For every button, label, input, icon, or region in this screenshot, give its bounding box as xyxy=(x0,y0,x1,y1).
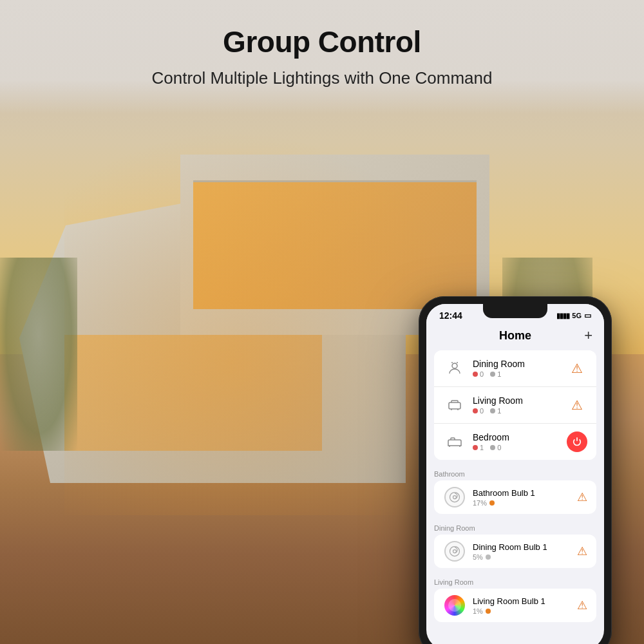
dining-room-info: Dining Room 0 1 xyxy=(473,359,567,378)
dining-room-icon xyxy=(443,357,466,380)
gray-dot xyxy=(490,372,495,377)
bulb-circle-bathroom xyxy=(444,487,465,507)
dining-room-device-header: Dining Room xyxy=(426,519,604,535)
room-bedroom[interactable]: Bedroom 1 0 xyxy=(434,424,596,460)
living-bulb-status: 1% xyxy=(473,607,577,615)
warning-icon: ⚠ xyxy=(571,361,583,376)
svg-point-11 xyxy=(453,550,457,553)
bedroom-info: Bedroom 1 0 xyxy=(473,432,567,451)
br-stat-2: 0 xyxy=(497,444,501,451)
room-dining-room[interactable]: Dining Room 0 1 xyxy=(434,350,596,387)
bathroom-bulb-info: Bathroom Bulb 1 17% xyxy=(473,488,577,507)
dining-room-device-label: Dining Room xyxy=(434,524,475,532)
living-brightness: 1% xyxy=(473,607,483,615)
bathroom-bulb-name: Bathroom Bulb 1 xyxy=(473,488,577,498)
bathroom-section: Bathroom xyxy=(426,465,604,514)
dining-bulb-name: Dining Room Bulb 1 xyxy=(473,542,577,552)
phone-notch xyxy=(483,304,547,318)
warning-icon-lr: ⚠ xyxy=(571,397,583,413)
living-bulb-action[interactable]: ⚠ xyxy=(577,598,587,612)
bulb-inner xyxy=(448,599,461,612)
living-bulb-icon xyxy=(443,594,466,617)
living-room-device-label: Living Room xyxy=(434,578,473,586)
bedroom-stats: 1 0 xyxy=(473,444,567,451)
gray-dot-lr xyxy=(490,408,495,413)
bathroom-bulb-action[interactable]: ⚠ xyxy=(577,490,587,504)
stat-gray-br: 0 xyxy=(490,444,501,451)
dining-room-bulb-1[interactable]: Dining Room Bulb 1 5% ⚠ xyxy=(434,535,596,568)
status-icons: ▮▮▮▮ 5G ▭ xyxy=(556,311,591,320)
add-button[interactable]: + xyxy=(577,327,592,344)
stat-red: 0 xyxy=(473,370,484,378)
living-bulb-info: Living Room Bulb 1 1% xyxy=(473,596,577,615)
living-room-bulb-1[interactable]: Living Room Bulb 1 1% ⚠ xyxy=(434,589,596,622)
page-subtitle: Control Multiple Lightings with One Comm… xyxy=(0,68,644,88)
living-room-info: Living Room 0 1 xyxy=(473,395,567,415)
dining-room-action[interactable]: ⚠ xyxy=(567,358,587,379)
status-time: 12:44 xyxy=(439,310,462,321)
stat-red-lr: 0 xyxy=(473,407,484,415)
page-title: Group Control xyxy=(0,24,644,59)
bathroom-label: Bathroom xyxy=(434,470,465,478)
stat-value-2: 1 xyxy=(497,370,501,378)
dining-bulb-action[interactable]: ⚠ xyxy=(577,544,587,558)
red-dot xyxy=(473,372,478,377)
top-text-area: Group Control Control Multiple Lightings… xyxy=(0,0,644,114)
power-icon xyxy=(572,437,582,447)
gray-dot-br xyxy=(490,445,495,450)
bulb-circle-dining xyxy=(444,541,465,562)
living-room-icon xyxy=(443,393,466,417)
bedroom-action[interactable] xyxy=(567,431,587,452)
br-stat-1: 1 xyxy=(480,444,484,451)
app-header-title: Home xyxy=(453,329,577,343)
app-header: Home + xyxy=(426,323,604,350)
battery-icon: ▭ xyxy=(584,311,591,320)
living-room-device-header: Living Room xyxy=(426,573,604,589)
bedroom-name: Bedroom xyxy=(473,432,567,442)
bedroom-icon xyxy=(443,430,466,453)
multicolor-bulb xyxy=(444,595,465,616)
status-dot-orange xyxy=(489,500,495,506)
dining-room-devices: Dining Room Bulb 1 5% ⚠ xyxy=(434,535,596,568)
dining-bulb-status: 5% xyxy=(473,553,577,561)
svg-point-9 xyxy=(453,496,457,499)
status-dot-orange-lr xyxy=(486,609,491,614)
living-room-name: Living Room xyxy=(473,395,567,406)
svg-point-0 xyxy=(452,363,457,368)
red-dot-br xyxy=(473,445,478,450)
network-icon: 5G xyxy=(572,312,582,319)
bathroom-section-header: Bathroom xyxy=(426,465,604,480)
scroll-content: Dining Room 0 1 xyxy=(426,350,604,622)
stat-gray-lr: 1 xyxy=(490,407,501,415)
bathroom-devices: Bathroom Bulb 1 17% ⚠ xyxy=(434,480,596,514)
living-room-stats: 0 1 xyxy=(473,407,567,415)
dining-room-stats: 0 1 xyxy=(473,370,567,378)
room-list: Dining Room 0 1 xyxy=(434,350,596,460)
room-living-room[interactable]: Living Room 0 1 xyxy=(434,387,596,424)
bathroom-bulb-icon xyxy=(443,486,466,509)
dining-room-device-section: Dining Room xyxy=(426,519,604,568)
status-dot-gray-dining xyxy=(486,554,491,560)
stat-red-br: 1 xyxy=(473,444,484,451)
bathroom-bulb-1[interactable]: Bathroom Bulb 1 17% ⚠ xyxy=(434,480,596,514)
dining-room-name: Dining Room xyxy=(473,359,567,369)
living-room-devices: Living Room Bulb 1 1% ⚠ xyxy=(434,589,596,622)
phone-frame: 12:44 ▮▮▮▮ 5G ▭ Home + xyxy=(419,296,612,644)
bathroom-bulb-status: 17% xyxy=(473,499,577,507)
phone-screen: 12:44 ▮▮▮▮ 5G ▭ Home + xyxy=(426,304,604,644)
living-room-action[interactable]: ⚠ xyxy=(567,395,587,415)
stat-value-1: 0 xyxy=(480,370,484,378)
bathroom-brightness: 17% xyxy=(473,499,487,507)
red-dot-lr xyxy=(473,408,478,413)
page-wrapper: Group Control Control Multiple Lightings… xyxy=(0,0,644,644)
stat-gray: 1 xyxy=(490,370,501,378)
dining-bulb-icon xyxy=(443,540,466,563)
signal-icon: ▮▮▮▮ xyxy=(556,312,569,320)
lr-stat-2: 1 xyxy=(497,407,501,415)
svg-rect-3 xyxy=(449,402,460,409)
living-bulb-name: Living Room Bulb 1 xyxy=(473,596,577,606)
phone-mockup: 12:44 ▮▮▮▮ 5G ▭ Home + xyxy=(419,296,612,644)
living-room-device-section: Living Room xyxy=(426,573,604,622)
dining-brightness: 5% xyxy=(473,553,483,561)
dining-bulb-info: Dining Room Bulb 1 5% xyxy=(473,542,577,561)
